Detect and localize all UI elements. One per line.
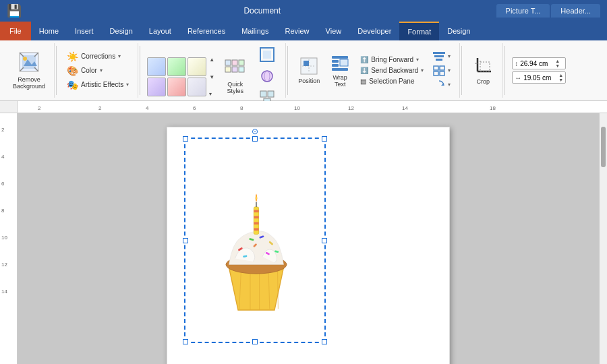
svg-rect-4 — [232, 60, 237, 65]
artistic-icon: 🎭 — [67, 80, 78, 90]
vruler-10: 10 — [1, 235, 7, 241]
picture-styles-group: ▲ ▼ ▾ QuickSt — [142, 43, 286, 98]
svg-rect-14 — [268, 91, 274, 97]
selection-pane-icon: ▤ — [360, 78, 366, 85]
color-button[interactable]: 🎨 Color ▾ — [63, 64, 132, 78]
crop-group: Crop — [463, 43, 503, 98]
handle-tr[interactable] — [322, 136, 327, 142]
doc-canvas: ⊙ — [18, 113, 599, 364]
picture-effects-button[interactable] — [254, 66, 280, 88]
svg-rect-29 — [440, 66, 444, 70]
style-more-arrow[interactable]: ▾ — [209, 91, 214, 97]
width-input[interactable] — [523, 74, 557, 82]
ribbon: RemoveBackground ☀️ Corrections ▾ 🎨 Colo… — [0, 40, 607, 101]
adjust-group: ☀️ Corrections ▾ 🎨 Color ▾ 🎭 Artistic Ef… — [58, 43, 138, 98]
quick-styles-button[interactable]: QuickStyles — [220, 57, 250, 96]
handle-tm[interactable] — [252, 136, 258, 142]
remove-background-button[interactable]: RemoveBackground — [9, 49, 49, 92]
picture-styles-content: ▲ ▼ ▾ QuickSt — [147, 44, 280, 109]
adjust-col: ☀️ Corrections ▾ 🎨 Color ▾ 🎭 Artistic Ef… — [63, 50, 132, 92]
bring-forward-button[interactable]: ⬆️ Bring Forward ▾ — [357, 55, 427, 65]
vruler-2: 2 — [1, 127, 4, 133]
style-thumb-5[interactable] — [187, 57, 206, 76]
group-arrow: ▾ — [448, 67, 451, 73]
style-thumb-3[interactable] — [167, 57, 186, 76]
quick-styles-section: QuickStyles — [220, 57, 250, 96]
handle-br[interactable] — [322, 339, 327, 344]
svg-rect-56 — [254, 229, 258, 231]
height-field[interactable]: ↕ ▲ ▼ — [512, 57, 566, 69]
quick-styles-icon — [225, 59, 246, 80]
menu-developer[interactable]: Developer — [349, 22, 399, 40]
header-tab[interactable]: Header... — [551, 4, 600, 18]
corrections-button[interactable]: ☀️ Corrections ▾ — [63, 50, 132, 63]
position-button[interactable]: Position — [295, 55, 323, 86]
picture-tools-tab[interactable]: Picture T... — [496, 4, 550, 18]
menu-mailings[interactable]: Mailings — [233, 22, 277, 40]
group-icon — [433, 65, 445, 76]
menu-references[interactable]: References — [179, 22, 233, 40]
adjust-content: ☀️ Corrections ▾ 🎨 Color ▾ 🎭 Artistic Ef… — [63, 44, 132, 96]
handle-tl[interactable] — [183, 136, 188, 142]
scrollbar-thumb[interactable] — [601, 127, 606, 167]
menu-view[interactable]: View — [318, 22, 350, 40]
width-field[interactable]: ↔ ▲ ▼ — [512, 71, 566, 84]
svg-rect-20 — [332, 56, 348, 59]
handle-bm[interactable] — [252, 339, 258, 344]
ruler-mark-2b: 2 — [98, 105, 101, 111]
width-down[interactable]: ▼ — [558, 78, 563, 82]
ruler-mark-14: 14 — [402, 105, 408, 111]
style-up-arrow[interactable]: ▲ — [209, 57, 214, 63]
sep4 — [461, 46, 462, 95]
handle-bl[interactable] — [183, 339, 188, 344]
vruler-12: 12 — [1, 262, 7, 268]
menu-design2[interactable]: Design — [439, 22, 478, 40]
vertical-ruler: 2 4 6 8 10 12 14 — [0, 113, 18, 364]
svg-rect-8 — [239, 67, 244, 72]
group-button[interactable]: ▾ — [430, 64, 454, 78]
menu-layout[interactable]: Layout — [141, 22, 179, 40]
style-thumb-4[interactable] — [167, 78, 186, 96]
style-thumb-6[interactable] — [187, 78, 206, 96]
menu-format[interactable]: Format — [399, 22, 439, 40]
color-icon: 🎨 — [67, 65, 78, 76]
arrange-align: ▾ ▾ ▾ — [430, 50, 454, 92]
menu-insert[interactable]: Insert — [67, 22, 102, 40]
bring-forward-label: Bring Forward — [371, 56, 413, 63]
artistic-effects-button[interactable]: 🎭 Artistic Effects ▾ — [63, 78, 132, 92]
menu-review[interactable]: Review — [277, 22, 318, 40]
save-icon[interactable]: 💾 — [7, 3, 22, 18]
svg-rect-36 — [480, 62, 490, 71]
menu-home[interactable]: Home — [31, 22, 67, 40]
size-inputs: ↕ ▲ ▼ ↔ ▲ ▼ — [512, 57, 566, 84]
corrections-label: Corrections — [81, 53, 115, 60]
send-backward-button[interactable]: ⬇️ Send Backward ▾ — [357, 65, 427, 75]
style-thumb-2[interactable] — [147, 78, 166, 96]
picture-border-button[interactable] — [254, 44, 280, 66]
arrange-content: Position WrapText — [295, 44, 454, 96]
bring-forward-icon: ⬆️ — [360, 56, 368, 63]
align-button[interactable]: ▾ — [430, 50, 454, 63]
height-up[interactable]: ▲ — [555, 59, 560, 63]
image-selection[interactable]: ⊙ — [184, 138, 326, 343]
rotate-handle[interactable]: ⊙ — [252, 127, 258, 136]
send-backward-arrow: ▾ — [421, 67, 424, 73]
selection-pane-button[interactable]: ▤ Selection Pane — [357, 76, 427, 86]
handle-ml[interactable] — [183, 238, 188, 243]
style-thumb-col2 — [167, 57, 186, 96]
height-down[interactable]: ▼ — [555, 63, 560, 68]
menu-file[interactable]: File — [0, 22, 31, 40]
title-bar-title: Document — [28, 6, 496, 16]
menu-design[interactable]: Design — [102, 22, 141, 40]
width-up[interactable]: ▲ — [558, 73, 563, 78]
style-down-arrow[interactable]: ▼ — [209, 74, 214, 80]
crop-button[interactable]: Crop — [469, 55, 497, 87]
style-thumb-1[interactable] — [147, 57, 166, 76]
doc-area: 2 4 6 8 10 12 14 ⊙ — [0, 113, 607, 364]
wrap-text-button[interactable]: WrapText — [326, 52, 354, 90]
rotate-button[interactable]: ▾ — [430, 78, 454, 92]
vertical-scrollbar[interactable] — [599, 113, 607, 364]
handle-mr[interactable] — [322, 238, 327, 243]
height-input[interactable] — [520, 60, 554, 67]
sep3 — [287, 46, 288, 95]
